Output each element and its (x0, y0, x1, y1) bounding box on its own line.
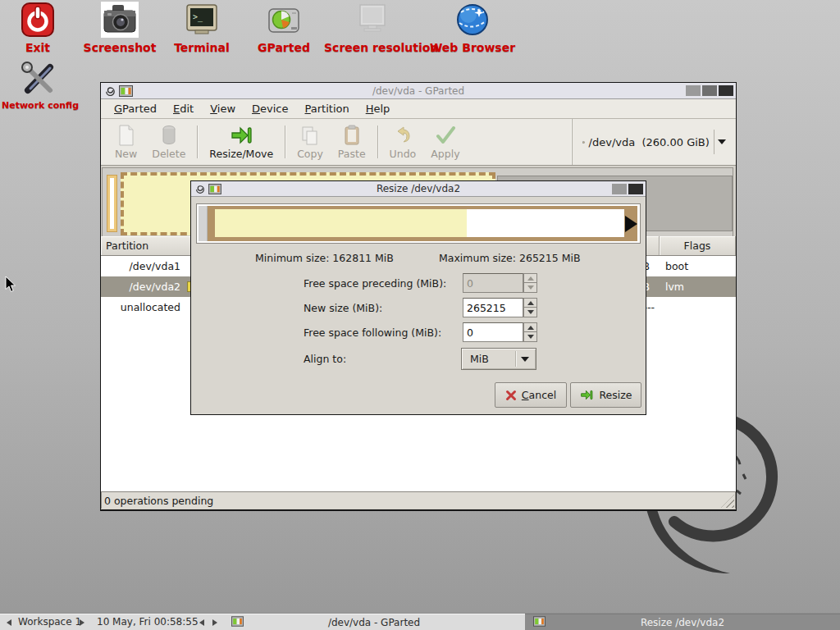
workspace-next-arrow[interactable] (80, 619, 84, 626)
close-button[interactable] (628, 184, 643, 194)
maximize-button[interactable] (612, 184, 627, 194)
spin-down-button[interactable] (523, 283, 537, 293)
minimum-size-label: Minimum size: 162811 MiB (255, 252, 394, 264)
desktop-icon-terminal[interactable]: >_ Terminal (162, 2, 241, 54)
resize-dialog: Resize /dev/vda2 Minimum size: 162811 Mi… (190, 180, 646, 415)
desktop-icon-screen-resolution[interactable]: Screen resolution (324, 2, 421, 54)
copy-icon (300, 125, 320, 146)
column-header-flags[interactable]: Flags (660, 236, 736, 255)
free-space-following-label: Free space following (MiB): (304, 326, 441, 339)
menu-gparted[interactable]: GParted (106, 100, 165, 117)
menu-help[interactable]: Help (358, 100, 399, 117)
spin-up-button[interactable] (523, 322, 537, 332)
desktop-icon-screenshot[interactable]: Screenshot (80, 2, 159, 54)
partition-flags: lvm (660, 276, 736, 297)
resize-move-icon (231, 125, 252, 146)
spin-up-icon (527, 326, 534, 330)
align-to-dropdown[interactable]: MiB (461, 348, 536, 370)
desktop-icon-gparted[interactable]: GParted (246, 2, 322, 54)
new-size-label: New size (MiB): (304, 302, 382, 314)
partition-name: /dev/vda2 (101, 276, 191, 297)
menu-edit[interactable]: Edit (165, 100, 202, 117)
task-button-resize-dialog[interactable]: Resize /dev/vda2 (525, 614, 840, 630)
new-size-input[interactable] (463, 298, 523, 317)
desktop-icon-network-config[interactable]: Network config (2, 59, 75, 111)
maximize-button[interactable] (702, 85, 717, 96)
desktop-icon-exit[interactable]: Exit (3, 2, 72, 54)
toolbar-paste-button[interactable]: Paste (331, 122, 373, 162)
tasks-next-arrow[interactable] (212, 619, 217, 626)
slider-right-handle-icon[interactable] (625, 216, 637, 232)
workspace-prev-arrow[interactable] (7, 619, 11, 626)
toolbar-resize-move-button[interactable]: Resize/Move (202, 122, 281, 162)
free-space-following-spinbox (463, 322, 537, 342)
desktop-icon-label: Screen resolution (324, 41, 421, 54)
align-to-value: MiB (470, 353, 489, 365)
desktop-icon-label: GParted (246, 41, 322, 54)
toolbar-separator (285, 126, 285, 158)
menu-partition[interactable]: Partition (297, 100, 358, 117)
partition-unused-space (110, 178, 114, 229)
device-disk-icon (582, 135, 585, 149)
toolbar-copy-button[interactable]: Copy (290, 122, 331, 162)
tools-icon (20, 59, 57, 97)
clock: 10 May, Fri 00:58:55 (97, 616, 199, 628)
spin-up-icon (527, 301, 534, 305)
monitor-icon (354, 2, 390, 38)
resize-slider[interactable] (196, 203, 641, 244)
spin-down-icon (527, 310, 534, 314)
status-bar: 0 operations pending (101, 491, 736, 509)
camera-icon (101, 2, 139, 38)
gparted-titlebar[interactable]: /dev/vda - GParted (101, 83, 736, 99)
iconify-button[interactable] (686, 85, 701, 96)
desktop-icon-label: Exit (3, 41, 72, 54)
taskbar: Workspace 1 10 May, Fri 00:58:55 /dev/vd… (0, 613, 840, 630)
delete-partition-icon (160, 125, 178, 146)
mouse-cursor (5, 276, 16, 293)
spin-down-button[interactable] (523, 308, 537, 317)
desktop-icon-label: Network config (2, 100, 75, 111)
maximum-size-label: Maximum size: 265215 MiB (439, 252, 581, 264)
partition-flags: boot (660, 256, 736, 276)
spin-down-icon (527, 285, 534, 290)
slider-partition-bar[interactable] (208, 206, 637, 241)
toolbar-undo-button[interactable]: Undo (382, 122, 424, 162)
partition-graphic-vda1[interactable] (107, 175, 117, 232)
spin-down-button[interactable] (523, 332, 537, 342)
toolbar-apply-button[interactable]: Apply (423, 122, 467, 162)
cancel-x-icon (505, 390, 517, 401)
toolbar-new-button[interactable]: New (107, 122, 144, 162)
dialog-titlebar[interactable]: Resize /dev/vda2 (191, 181, 646, 197)
terminal-icon: >_ (184, 2, 220, 38)
menubar: GParted Edit View Device Partition Help (101, 99, 736, 119)
apply-icon (435, 125, 456, 146)
desktop-icon-web-browser[interactable]: Web Browser (425, 2, 520, 54)
device-selector[interactable]: /dev/vda (260.00 GiB) (579, 126, 729, 158)
menu-view[interactable]: View (202, 100, 244, 117)
spin-up-button[interactable] (523, 298, 537, 308)
spin-up-button[interactable] (523, 273, 537, 283)
resize-button[interactable]: Resize (570, 382, 641, 408)
menu-device[interactable]: Device (244, 100, 296, 117)
paste-icon (343, 125, 361, 146)
partition-name: unallocated (101, 297, 191, 317)
svg-text:>_: >_ (193, 12, 203, 22)
desktop-icon-label: Terminal (162, 41, 241, 54)
partition-name: /dev/vda1 (101, 256, 191, 276)
task-button-gparted[interactable]: /dev/vda - GParted (223, 614, 525, 630)
toolbar-delete-button[interactable]: Delete (144, 122, 193, 162)
close-button[interactable] (719, 85, 733, 96)
free-space-following-input[interactable] (463, 322, 523, 342)
spin-down-icon (527, 335, 534, 339)
column-header-partition[interactable]: Partition (101, 236, 191, 255)
resize-grip[interactable] (721, 495, 734, 508)
free-space-preceding-input[interactable] (463, 273, 523, 293)
cancel-button[interactable]: Cancel (495, 382, 567, 408)
tasks-prev-arrow[interactable] (199, 619, 204, 626)
free-space-preceding-label: Free space preceding (MiB): (304, 277, 446, 290)
chevron-down-icon (521, 357, 529, 362)
toolbar: New Delete Resize/Move Copy (101, 119, 736, 166)
desktop-icon-label: Screenshot (80, 41, 159, 54)
slider-left-rail[interactable] (199, 206, 208, 241)
slider-track (215, 209, 624, 237)
